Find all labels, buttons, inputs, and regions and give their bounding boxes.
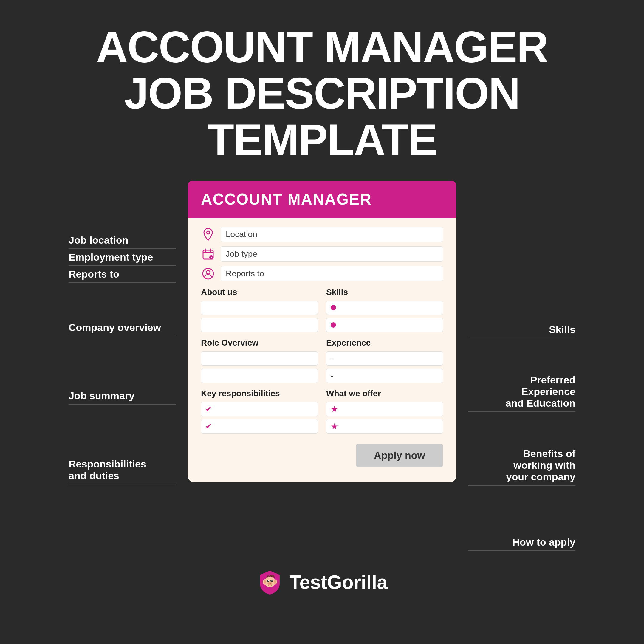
role-overview-input-2[interactable] — [201, 369, 318, 383]
apply-button[interactable]: Apply now — [356, 444, 443, 467]
center-card: ACCOUNT MANAGER Location — [188, 181, 456, 482]
left-label-job-summary: Job summary — [69, 390, 176, 405]
card-header: ACCOUNT MANAGER — [188, 181, 456, 218]
person-icon — [201, 267, 215, 281]
key-resp-label: Key responsibilities — [201, 389, 318, 398]
dash-icon-1: - — [331, 354, 333, 363]
star-icon-1: ★ — [331, 404, 338, 414]
dash-icon-2: - — [331, 371, 333, 380]
footer: TestGorilla — [256, 569, 388, 596]
check-icon-2: ✔ — [205, 422, 212, 431]
left-label-employment-type: Employment type — [69, 251, 176, 266]
svg-text:●: ● — [210, 256, 213, 259]
right-label-skills: Skills — [468, 324, 575, 338]
skills-input-2[interactable] — [326, 318, 443, 332]
left-labels: Job location Employment type Reports to … — [69, 181, 176, 484]
reportsto-row: Reports to — [201, 266, 443, 281]
brand-name: TestGorilla — [289, 571, 388, 593]
dot-icon-1 — [331, 305, 336, 310]
dot-icon-2 — [331, 322, 336, 328]
about-us-label: About us — [201, 287, 318, 297]
title-section: ACCOUNT MANAGER JOB DESCRIPTION TEMPLATE — [0, 0, 644, 181]
calendar-icon: ● — [201, 247, 215, 261]
experience-input-2[interactable]: - — [326, 369, 443, 383]
svg-point-0 — [207, 231, 210, 234]
left-col: About us Role Overview Key responsibilit… — [201, 287, 318, 436]
check-icon-1: ✔ — [205, 405, 212, 414]
svg-point-16 — [268, 580, 269, 581]
svg-point-12 — [264, 580, 266, 584]
right-label-experience: PreferredExperienceand Education — [468, 374, 575, 412]
content-area: Job location Employment type Reports to … — [0, 181, 644, 551]
svg-point-8 — [206, 270, 210, 274]
card-title: ACCOUNT MANAGER — [201, 190, 443, 208]
svg-point-13 — [274, 580, 276, 584]
svg-point-17 — [272, 580, 273, 581]
experience-input-1[interactable]: - — [326, 351, 443, 366]
testgorilla-logo-icon — [256, 569, 283, 596]
role-overview-input-1[interactable] — [201, 351, 318, 366]
jobtype-row: ● Job type — [201, 246, 443, 262]
svg-point-20 — [270, 583, 271, 584]
main-title: ACCOUNT MANAGER JOB DESCRIPTION TEMPLATE — [30, 24, 614, 163]
right-label-benefits: Benefits ofworking withyour company — [468, 448, 575, 486]
key-resp-input-2[interactable]: ✔ — [201, 419, 318, 434]
skills-label: Skills — [326, 287, 443, 297]
left-label-company-overview: Company overview — [69, 322, 176, 336]
experience-label: Experience — [326, 338, 443, 348]
right-labels: Skills PreferredExperienceand Education … — [468, 181, 575, 551]
star-icon-2: ★ — [331, 422, 338, 431]
about-us-input-2[interactable] — [201, 318, 318, 332]
offer-input-2[interactable]: ★ — [326, 419, 443, 434]
left-label-reports-to: Reports to — [69, 268, 176, 283]
about-us-input-1[interactable] — [201, 301, 318, 315]
skills-input-1[interactable] — [326, 301, 443, 315]
reportsto-input[interactable]: Reports to — [221, 266, 443, 281]
svg-point-19 — [269, 583, 270, 584]
left-label-job-location: Job location — [69, 234, 176, 249]
left-label-responsibilities: Responsibilitiesand duties — [69, 458, 176, 484]
location-input[interactable]: Location — [221, 227, 443, 242]
right-col: Skills Experience - - What we offer — [326, 287, 443, 436]
location-row: Location — [201, 227, 443, 242]
card-body: Location ● Job type — [188, 227, 456, 467]
two-col-section: About us Role Overview Key responsibilit… — [201, 287, 443, 436]
offer-input-1[interactable]: ★ — [326, 402, 443, 416]
key-resp-input-1[interactable]: ✔ — [201, 402, 318, 416]
jobtype-input[interactable]: Job type — [221, 246, 443, 262]
location-icon — [201, 227, 215, 241]
svg-point-18 — [267, 582, 272, 585]
what-we-offer-label: What we offer — [326, 389, 443, 398]
role-overview-label: Role Overview — [201, 338, 318, 348]
right-label-how-to-apply: How to apply — [468, 536, 575, 551]
